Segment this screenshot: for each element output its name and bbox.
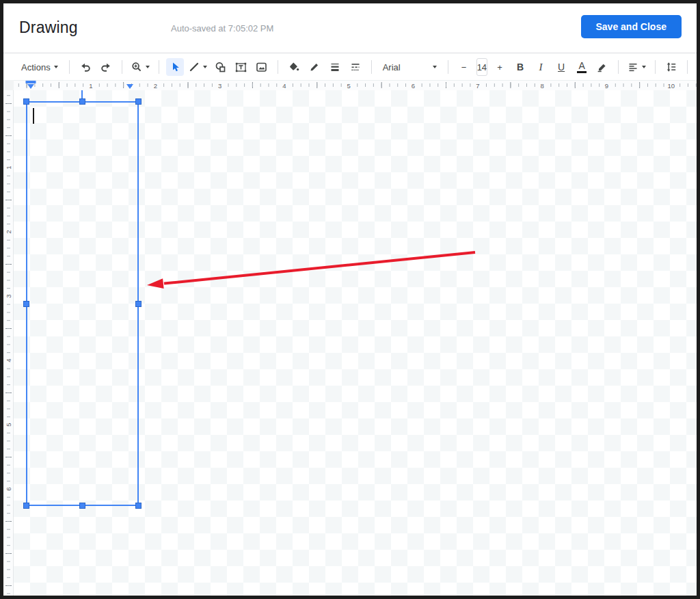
horizontal-ruler: 12345678910 (14, 80, 697, 90)
shape-icon (215, 62, 226, 73)
ruler-number: 9 (604, 81, 610, 89)
border-weight-button[interactable] (326, 58, 344, 76)
fill-color-icon (288, 62, 299, 72)
align-left-icon (628, 62, 638, 72)
underline-label: U (558, 62, 565, 72)
more-options-label: ⋯ (698, 61, 700, 74)
line-spacing-button[interactable] (662, 58, 680, 76)
toolbar-separator (122, 60, 122, 74)
border-color-button[interactable] (306, 58, 323, 76)
resize-handle-top-right[interactable] (135, 98, 142, 105)
right-indent-marker[interactable] (126, 84, 133, 89)
border-dash-button[interactable] (347, 58, 364, 76)
ruler-number: 4 (5, 357, 12, 363)
italic-button[interactable]: I (532, 58, 550, 76)
decrease-font-size-button[interactable]: − (455, 58, 473, 76)
ruler-number: 2 (5, 228, 12, 235)
chevron-down-icon (146, 66, 150, 68)
resize-handle-middle-right[interactable] (135, 301, 142, 307)
highlighter-icon (597, 62, 608, 72)
highlight-color-button[interactable] (593, 58, 611, 76)
border-color-pencil-icon (309, 62, 320, 72)
header: Drawing Auto-saved at 7:05:02 PM Save an… (3, 3, 697, 53)
font-family-value: Arial (383, 62, 429, 72)
redo-button[interactable] (97, 58, 115, 76)
line-tool-button[interactable] (187, 58, 209, 76)
line-icon (189, 62, 200, 72)
zoom-in-icon (131, 62, 142, 72)
toolbar-separator (448, 60, 448, 74)
bold-label: B (517, 62, 524, 72)
more-options-button[interactable]: ⋯ (695, 58, 700, 76)
ruler-number: 7 (474, 81, 481, 89)
toolbar-separator (687, 60, 688, 74)
ruler-number: 4 (281, 81, 287, 89)
text-color-button[interactable]: A (573, 58, 591, 76)
toolbar: Actions (3, 53, 697, 81)
actions-menu-label: Actions (21, 62, 51, 72)
text-color-icon: A (577, 61, 587, 73)
toolbar-separator (278, 60, 278, 74)
ruler-number: 1 (88, 81, 94, 89)
undo-icon (80, 62, 91, 72)
drawing-dialog: Drawing Auto-saved at 7:05:02 PM Save an… (0, 0, 700, 599)
first-line-indent-marker[interactable] (26, 81, 36, 83)
border-weight-icon (329, 62, 340, 72)
image-icon (256, 62, 267, 73)
autosave-status: Auto-saved at 7:05:02 PM (171, 23, 273, 34)
save-and-close-button[interactable]: Save and Close (581, 15, 682, 38)
toolbar-separator (371, 60, 372, 74)
undo-button[interactable] (77, 58, 94, 76)
left-indent-marker[interactable] (27, 84, 34, 89)
font-size-input[interactable]: 14 (476, 58, 487, 76)
select-tool-button[interactable] (166, 58, 184, 76)
zoom-button[interactable] (129, 58, 152, 76)
ruler-number: 10 (666, 81, 676, 89)
toolbar-separator (655, 60, 656, 74)
fill-color-button[interactable] (285, 58, 303, 76)
resize-handle-bottom-middle[interactable] (79, 503, 85, 509)
chevron-down-icon (642, 66, 646, 68)
chevron-down-icon (433, 66, 437, 68)
toolbar-separator (618, 60, 619, 74)
ruler-number: 2 (152, 81, 159, 89)
text-box-tool-button[interactable] (232, 58, 250, 76)
bold-button[interactable]: B (511, 58, 529, 76)
ruler-corner (3, 80, 14, 90)
page-title: Drawing (19, 18, 78, 37)
redo-icon (100, 62, 111, 72)
actions-menu[interactable]: Actions (17, 58, 62, 76)
selected-text-box[interactable] (26, 101, 139, 506)
ruler-number: 8 (539, 81, 545, 89)
text-cursor (33, 108, 34, 124)
toolbar-separator (159, 60, 159, 74)
border-dash-icon (350, 62, 361, 72)
toolbar-separator (69, 60, 70, 74)
image-tool-button[interactable] (253, 58, 271, 76)
select-arrow-icon (170, 62, 180, 72)
resize-handle-bottom-left[interactable] (23, 503, 29, 509)
resize-handle-middle-left[interactable] (23, 301, 29, 307)
text-box-icon (235, 62, 247, 73)
resize-handle-bottom-right[interactable] (135, 503, 142, 509)
ruler-number: 3 (217, 81, 223, 89)
font-family-select[interactable]: Arial (379, 58, 441, 76)
increase-font-size-button[interactable]: + (491, 58, 509, 76)
underline-button[interactable]: U (552, 58, 570, 76)
align-button[interactable] (625, 58, 648, 76)
shape-tool-button[interactable] (212, 58, 230, 76)
ruler-number: 6 (5, 485, 12, 492)
chevron-down-icon (203, 66, 207, 68)
ruler-number: 3 (5, 293, 12, 299)
vertical-ruler: 123456 (3, 90, 14, 596)
ruler-number: 5 (346, 81, 352, 89)
ruler-number: 6 (410, 81, 416, 89)
chevron-down-icon (54, 66, 58, 68)
ruler-number: 1 (5, 164, 12, 170)
italic-label: I (539, 62, 543, 73)
line-spacing-icon (666, 62, 677, 72)
ruler-number: 5 (5, 421, 12, 427)
resize-handle-top-left[interactable] (23, 98, 29, 105)
resize-handle-top-middle[interactable] (79, 98, 85, 105)
